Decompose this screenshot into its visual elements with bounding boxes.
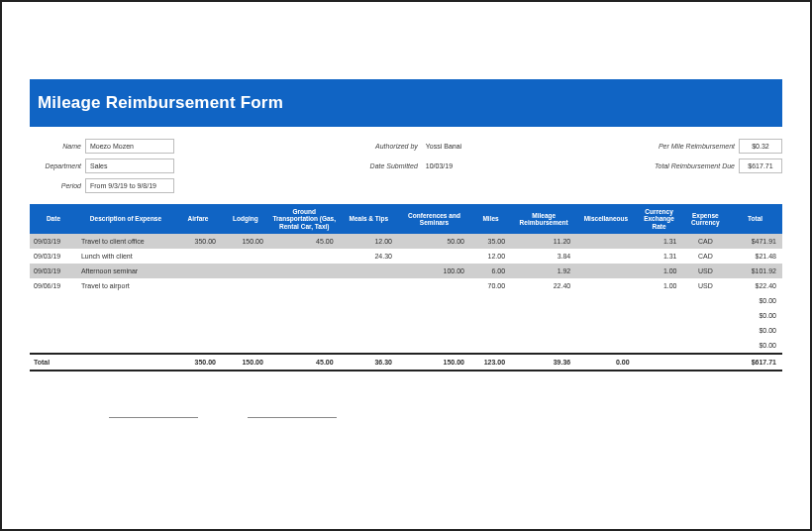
cell-date[interactable]: 09/03/19 — [30, 264, 77, 278]
cell-total[interactable]: $101.92 — [728, 264, 782, 278]
cell-total[interactable]: $21.48 — [728, 249, 782, 264]
cell-miles[interactable]: 6.00 — [470, 264, 511, 278]
cell-empty[interactable] — [340, 293, 398, 308]
cell-lodging[interactable]: 150.00 — [222, 234, 269, 249]
cell-desc[interactable]: Travel to client office — [77, 234, 174, 249]
cell-fx[interactable]: 1.31 — [636, 234, 683, 249]
cell-meals[interactable]: 24.30 — [340, 249, 398, 264]
cell-empty[interactable] — [222, 308, 269, 323]
cell-desc[interactable]: Afternoon seminar — [77, 264, 174, 278]
cell-empty[interactable] — [77, 323, 174, 338]
cell-empty[interactable] — [398, 323, 470, 338]
cell-mrem[interactable]: 11.20 — [511, 234, 576, 249]
cell-cur[interactable]: CAD — [683, 234, 729, 249]
cell-conf[interactable]: 100.00 — [398, 264, 470, 278]
cell-empty[interactable] — [77, 293, 174, 308]
field-department[interactable]: Sales — [85, 159, 174, 173]
cell-empty[interactable] — [398, 308, 470, 323]
cell-empty[interactable] — [470, 293, 511, 308]
cell-mrem[interactable]: 3.84 — [511, 249, 576, 264]
cell-mrem[interactable]: 1.92 — [511, 264, 576, 278]
cell-misc[interactable] — [576, 264, 635, 278]
cell-desc[interactable]: Travel to airport — [77, 278, 174, 293]
cell-fx[interactable]: 1.00 — [636, 278, 683, 293]
cell-empty[interactable] — [511, 323, 576, 338]
cell-date[interactable]: 09/03/19 — [30, 249, 77, 264]
cell-total[interactable]: $22.40 — [728, 278, 782, 293]
cell-ground[interactable]: 45.00 — [269, 234, 340, 249]
cell-airfare[interactable] — [174, 249, 222, 264]
cell-empty[interactable] — [636, 323, 683, 338]
cell-empty[interactable] — [470, 338, 511, 354]
cell-date[interactable]: 09/06/19 — [30, 278, 77, 293]
cell-ground[interactable] — [269, 264, 340, 278]
cell-misc[interactable] — [576, 249, 635, 264]
cell-airfare[interactable] — [174, 264, 222, 278]
cell-empty[interactable] — [77, 338, 174, 354]
cell-empty[interactable] — [398, 293, 470, 308]
cell-empty[interactable] — [683, 293, 729, 308]
cell-miles[interactable]: 70.00 — [470, 278, 511, 293]
cell-empty[interactable] — [174, 308, 222, 323]
cell-cur[interactable]: CAD — [683, 249, 729, 264]
cell-lodging[interactable] — [222, 278, 269, 293]
cell-cur[interactable]: USD — [683, 278, 729, 293]
cell-fx[interactable]: 1.31 — [636, 249, 683, 264]
cell-meals[interactable] — [340, 278, 398, 293]
cell-conf[interactable]: 50.00 — [398, 234, 470, 249]
cell-total[interactable]: $471.91 — [728, 234, 782, 249]
cell-empty[interactable] — [174, 338, 222, 354]
cell-conf[interactable] — [398, 249, 470, 264]
cell-empty[interactable] — [340, 308, 398, 323]
cell-ground[interactable] — [269, 249, 340, 264]
signature-line-1[interactable] — [109, 417, 198, 418]
cell-empty[interactable] — [636, 338, 683, 354]
cell-misc[interactable] — [576, 278, 635, 293]
cell-meals[interactable] — [340, 264, 398, 278]
cell-desc[interactable]: Lunch with client — [77, 249, 174, 264]
cell-empty[interactable] — [222, 293, 269, 308]
cell-empty[interactable] — [30, 308, 77, 323]
field-name[interactable]: Moezo Mozen — [85, 139, 174, 154]
cell-fx[interactable]: 1.00 — [636, 264, 683, 278]
cell-empty[interactable] — [470, 323, 511, 338]
cell-airfare[interactable] — [174, 278, 222, 293]
cell-empty[interactable] — [511, 293, 576, 308]
cell-empty[interactable] — [636, 293, 683, 308]
field-per-mile[interactable]: $0.32 — [739, 139, 782, 154]
cell-empty[interactable] — [269, 323, 340, 338]
cell-empty[interactable] — [340, 338, 398, 354]
cell-empty[interactable] — [576, 293, 635, 308]
cell-empty[interactable] — [77, 308, 174, 323]
cell-miles[interactable]: 35.00 — [470, 234, 511, 249]
cell-empty[interactable] — [576, 323, 635, 338]
cell-empty[interactable] — [398, 338, 470, 354]
cell-empty[interactable] — [511, 308, 576, 323]
cell-lodging[interactable] — [222, 264, 269, 278]
cell-empty[interactable] — [269, 338, 340, 354]
cell-ground[interactable] — [269, 278, 340, 293]
cell-empty[interactable] — [340, 323, 398, 338]
cell-empty[interactable] — [30, 293, 77, 308]
cell-meals[interactable]: 12.00 — [340, 234, 398, 249]
signature-line-2[interactable] — [248, 417, 337, 418]
field-period[interactable]: From 9/3/19 to 9/8/19 — [85, 178, 174, 193]
cell-cur[interactable]: USD — [683, 264, 729, 278]
cell-empty[interactable] — [636, 308, 683, 323]
cell-misc[interactable] — [576, 234, 635, 249]
cell-empty[interactable] — [222, 338, 269, 354]
cell-empty[interactable] — [511, 338, 576, 354]
cell-lodging[interactable] — [222, 249, 269, 264]
cell-empty[interactable] — [683, 308, 729, 323]
cell-miles[interactable]: 12.00 — [470, 249, 511, 264]
cell-empty[interactable] — [222, 323, 269, 338]
cell-date[interactable]: 09/03/19 — [30, 234, 77, 249]
cell-conf[interactable] — [398, 278, 470, 293]
cell-mrem[interactable]: 22.40 — [511, 278, 576, 293]
cell-empty[interactable] — [683, 338, 729, 354]
cell-empty[interactable] — [269, 293, 340, 308]
cell-airfare[interactable]: 350.00 — [174, 234, 222, 249]
cell-empty[interactable] — [683, 323, 729, 338]
cell-empty[interactable] — [30, 338, 77, 354]
cell-empty[interactable] — [30, 323, 77, 338]
